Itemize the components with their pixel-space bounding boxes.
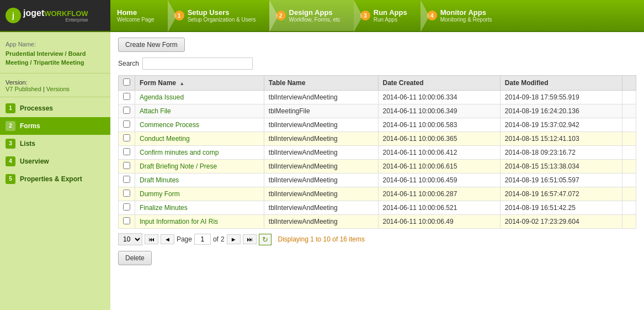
row-date-created-9: 2014-06-11 10:00:06.49: [378, 215, 500, 229]
nav-design-main: Design Apps: [289, 8, 340, 17]
sidebar-item-processes[interactable]: 1Processes: [0, 99, 110, 117]
form-name-link-0[interactable]: Agenda Issued: [140, 93, 184, 101]
form-name-link-7[interactable]: Dummy Form: [140, 190, 180, 198]
sidebar-badge-forms: 2: [6, 121, 15, 131]
delete-button[interactable]: Delete: [118, 251, 152, 265]
row-check-4[interactable]: [123, 148, 130, 155]
versions-link[interactable]: Versions: [46, 86, 70, 92]
form-name-link-5[interactable]: Draft Briefing Note / Prese: [140, 162, 217, 170]
row-date-modified-8: 2014-08-19 16:51:42.25: [500, 201, 622, 215]
search-label: Search: [118, 60, 139, 67]
row-form-name-3[interactable]: Conduct Meeting: [135, 132, 264, 146]
app-name-label: App Name:: [6, 40, 105, 49]
row-table-name-4: tblInterviewAndMeeting: [264, 146, 378, 160]
row-check-3[interactable]: [123, 134, 130, 141]
row-form-name-1[interactable]: Attach File: [135, 104, 264, 118]
row-actions-0: [622, 91, 636, 104]
sidebar-badge-userview: 4: [6, 156, 15, 166]
row-check-9[interactable]: [123, 217, 130, 224]
table-header-table-name[interactable]: Table Name: [264, 76, 378, 91]
row-table-name-2: tblInterviewAndMeeting: [264, 118, 378, 132]
row-date-modified-5: 2014-08-15 15:13:38.034: [500, 160, 622, 174]
row-date-modified-1: 2014-08-19 16:24:20.136: [500, 104, 622, 118]
row-table-name-1: tblMeetingFile: [264, 104, 378, 118]
row-form-name-0[interactable]: Agenda Issued: [135, 91, 264, 104]
row-check-6[interactable]: [123, 176, 130, 183]
total-pages: 2: [221, 235, 225, 243]
form-name-link-9[interactable]: Input Information for AI Ris: [140, 218, 218, 225]
nav-setup-sub: Setup Organization & Users: [188, 17, 256, 23]
forms-table: Form Name ▲ Table Name Date Created Date…: [118, 75, 636, 229]
nav-design-sub: Workflow, Forms, etc: [289, 17, 340, 23]
row-form-name-5[interactable]: Draft Briefing Note / Prese: [135, 160, 264, 174]
row-actions-9: [622, 215, 636, 229]
row-check-7[interactable]: [123, 190, 130, 197]
row-form-name-7[interactable]: Dummy Form: [135, 187, 264, 201]
form-name-link-6[interactable]: Draft Minutes: [140, 176, 179, 184]
row-actions-6: [622, 174, 636, 187]
display-of: of: [332, 235, 338, 243]
row-check-8[interactable]: [123, 203, 130, 211]
row-table-name-0: tblInterviewAndMeeting: [264, 91, 378, 104]
nav-item-home[interactable]: Home Welcome Page: [110, 0, 168, 31]
row-date-created-4: 2014-06-11 10:00:06.412: [378, 146, 500, 160]
sidebar-badge-properties: 5: [6, 174, 15, 184]
sidebar-badge-processes: 1: [6, 103, 15, 113]
app-info: App Name: Prudential Interview / Board M…: [0, 36, 110, 73]
row-date-created-7: 2014-06-11 10:00:06.287: [378, 187, 500, 201]
table-row: Conduct Meeting tblInterviewAndMeeting 2…: [119, 132, 636, 146]
row-date-created-1: 2014-06-11 10:00:06.349: [378, 104, 500, 118]
sidebar-label-processes: Processes: [20, 104, 53, 112]
refresh-button[interactable]: ↻: [259, 234, 272, 245]
nav-item-design[interactable]: 2 Design Apps Workflow, Forms, etc: [269, 0, 354, 31]
row-table-name-5: tblInterviewAndMeeting: [264, 160, 378, 174]
form-name-link-4[interactable]: Confirm minutes and comp: [140, 149, 219, 156]
nav-item-setup[interactable]: 1 Setup Users Setup Organization & Users: [168, 0, 269, 31]
row-check-5[interactable]: [123, 162, 130, 169]
row-form-name-8[interactable]: Finalize Minutes: [135, 201, 264, 215]
select-all-checkbox[interactable]: [123, 78, 130, 86]
form-name-link-8[interactable]: Finalize Minutes: [140, 204, 188, 212]
table-header-form-name[interactable]: Form Name ▲: [135, 76, 264, 91]
logo: j jogetWORKFLOW Enterprise: [0, 0, 110, 31]
form-name-link-2[interactable]: Commence Process: [140, 121, 199, 129]
sidebar-item-lists[interactable]: 3Lists: [0, 135, 110, 153]
row-date-modified-7: 2014-08-19 16:57:47.072: [500, 187, 622, 201]
row-checkbox-8: [119, 201, 135, 215]
displaying-text: Displaying: [278, 235, 308, 243]
current-page-input[interactable]: [194, 234, 211, 245]
first-page-button[interactable]: ⏮: [145, 234, 158, 244]
form-name-link-3[interactable]: Conduct Meeting: [140, 135, 190, 143]
row-form-name-6[interactable]: Draft Minutes: [135, 174, 264, 187]
nav-monitor-sub: Monitoring & Reports: [440, 17, 492, 23]
table-row: Draft Briefing Note / Prese tblInterview…: [119, 160, 636, 174]
row-check-2[interactable]: [123, 120, 130, 128]
sidebar-label-lists: Lists: [20, 140, 35, 148]
row-form-name-9[interactable]: Input Information for AI Ris: [135, 215, 264, 229]
create-new-form-button[interactable]: Create New Form: [118, 38, 185, 52]
row-form-name-4[interactable]: Confirm minutes and comp: [135, 146, 264, 160]
nav-item-monitor[interactable]: 4 Monitor Apps Monitoring & Reports: [421, 0, 499, 31]
row-form-name-2[interactable]: Commence Process: [135, 118, 264, 132]
page-size-select[interactable]: 102050: [118, 233, 142, 245]
row-date-modified-3: 2014-08-15 15:12:41.103: [500, 132, 622, 146]
sidebar-label-userview: Userview: [20, 157, 49, 165]
row-checkbox-1: [119, 104, 135, 118]
prev-page-button[interactable]: ◄: [161, 234, 174, 244]
row-check-0[interactable]: [123, 93, 130, 100]
sidebar-item-properties[interactable]: 5Properties & Export: [0, 170, 110, 188]
version-published-link[interactable]: V7 Published: [6, 86, 41, 92]
form-name-link-1[interactable]: Attach File: [140, 107, 171, 115]
last-page-button[interactable]: ⏭: [243, 234, 257, 244]
row-actions-3: [622, 132, 636, 146]
search-input[interactable]: [142, 57, 253, 70]
next-page-button[interactable]: ►: [227, 234, 241, 244]
sidebar-item-forms[interactable]: 2Forms: [0, 117, 110, 135]
table-header-date-created[interactable]: Date Created: [378, 76, 500, 91]
sidebar-badge-lists: 3: [6, 139, 15, 149]
sidebar-item-userview[interactable]: 4Userview: [0, 153, 110, 170]
nav-item-run[interactable]: 3 Run Apps Run Apps: [354, 0, 421, 31]
row-date-modified-6: 2014-08-19 16:51:05.597: [500, 174, 622, 187]
row-check-1[interactable]: [123, 107, 130, 114]
table-header-date-modified[interactable]: Date Modified: [500, 76, 622, 91]
